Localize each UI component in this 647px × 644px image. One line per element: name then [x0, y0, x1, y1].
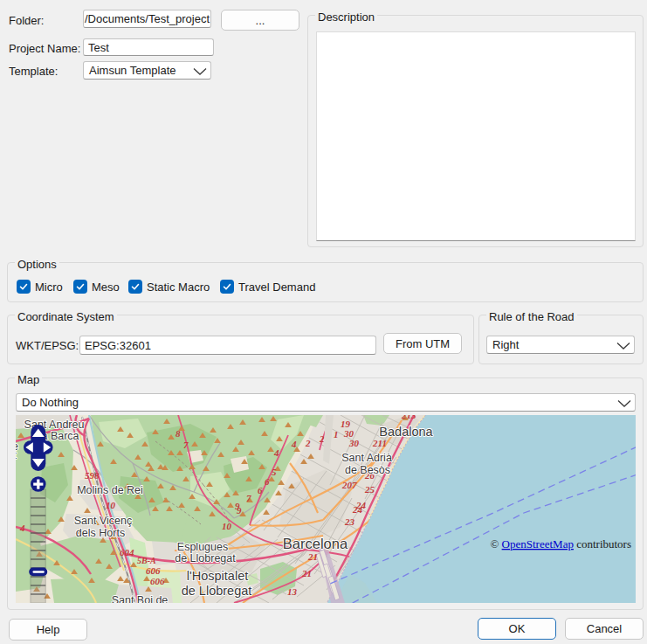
svg-text:24: 24 [352, 504, 363, 515]
svg-text:10: 10 [222, 521, 232, 531]
svg-text:Sant Boi de: Sant Boi de [112, 594, 169, 603]
svg-text:5B-A: 5B-A [137, 556, 156, 565]
svg-text:1: 1 [334, 429, 339, 440]
svg-text:2: 2 [305, 438, 311, 448]
svg-text:de Llobregat: de Llobregat [175, 552, 236, 564]
svg-text:606: 606 [146, 565, 161, 576]
svg-text:Badalona: Badalona [379, 425, 433, 439]
svg-text:Barcelona: Barcelona [283, 536, 348, 551]
svg-text:213: 213 [401, 415, 416, 420]
svg-text:Sant Vicenç: Sant Vicenç [74, 515, 132, 527]
svg-text:Molins de Rei: Molins de Rei [77, 484, 143, 496]
svg-text:13: 13 [287, 586, 298, 597]
svg-text:5: 5 [272, 467, 277, 477]
svg-text:dels Horts: dels Horts [76, 527, 125, 539]
svg-text:598: 598 [85, 470, 100, 481]
svg-text:25: 25 [364, 484, 375, 495]
svg-text:4: 4 [291, 439, 297, 449]
svg-text:4: 4 [19, 523, 25, 533]
svg-text:6: 6 [265, 476, 270, 487]
svg-text:7: 7 [246, 493, 251, 503]
svg-text:7: 7 [183, 440, 189, 450]
svg-text:2: 2 [319, 433, 325, 444]
svg-text:l'Hospitalet: l'Hospitalet [187, 569, 248, 583]
svg-text:606: 606 [150, 576, 165, 586]
svg-text:10: 10 [106, 500, 116, 510]
svg-text:30: 30 [348, 438, 360, 448]
svg-text:© OpenStreetMap contributors: © OpenStreetMap contributors [490, 537, 631, 551]
svg-text:a Barca: a Barca [41, 430, 79, 442]
svg-text:de Besòs: de Besòs [345, 464, 390, 476]
svg-text:21: 21 [301, 568, 312, 578]
svg-text:211: 211 [372, 438, 387, 448]
svg-text:6: 6 [258, 485, 263, 495]
svg-text:9: 9 [237, 505, 242, 516]
svg-text:8: 8 [176, 428, 181, 439]
svg-text:Esplugues: Esplugues [177, 541, 228, 553]
svg-text:de Llobregat: de Llobregat [182, 584, 252, 598]
svg-text:21: 21 [307, 551, 318, 562]
svg-text:604: 604 [120, 547, 134, 557]
svg-text:23: 23 [344, 516, 355, 527]
svg-text:207: 207 [341, 480, 357, 490]
svg-text:4: 4 [273, 447, 279, 458]
svg-text:Sant Adrià: Sant Adrià [341, 452, 392, 464]
